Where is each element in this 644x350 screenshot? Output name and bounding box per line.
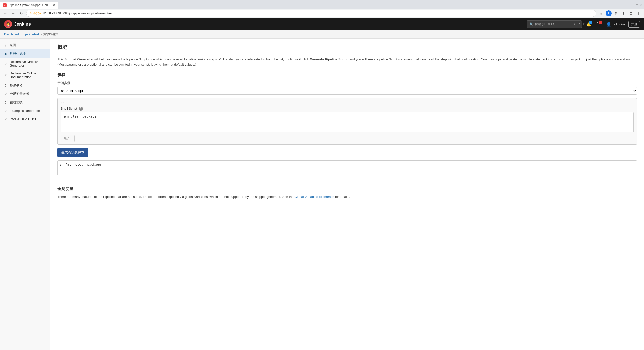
notifications-button[interactable]: 🔔 2 [585,20,593,28]
address-bar: ⚠ 不安全 [26,10,596,17]
jenkins-header: 🤵 Jenkins 🔍 CTRL+K 🔔 2 🛡 1 👤 fallingink … [0,18,644,30]
main-layout: ↑ 返回 ◉ 片段生成器 ? Declarative Directive Gen… [0,39,644,350]
global-vars-title: 全局变量 [57,182,637,192]
sidebar-item-global-vars[interactable]: ? 全局变量参考 [0,90,50,98]
split-screen-icon[interactable]: ⊡ [628,10,634,17]
sidebar-item-declarative-directive[interactable]: ? Declarative Directive Generator [0,58,50,69]
snippet-generator-icon: ◉ [4,52,8,56]
generate-bold: Generate Pipeline Script [310,57,348,61]
breadcrumb-dashboard[interactable]: Dashboard [4,33,19,36]
shell-script-textarea[interactable] [61,112,634,132]
sidebar-label-step-reference: 步骤参考 [10,83,23,88]
new-tab-button[interactable]: + [60,3,62,7]
tab-bar: J Pipeline Syntax: Snippet Gen... ✕ + ─ … [0,0,644,9]
breadcrumb-sep-1: › [20,33,21,36]
signup-button[interactable]: 注册 [628,21,640,28]
shell-script-label-text: Shell Script [61,107,77,110]
breadcrumb-current: 流水线语法 [43,32,58,36]
sidebar-label-online-exchange: 在线交换 [10,100,23,105]
sidebar-item-step-reference[interactable]: ? 步骤参考 [0,81,50,90]
generate-pipeline-script-button[interactable]: 生成流水线脚本 [57,148,88,157]
sidebar-item-intellij-gdsl[interactable]: ? IntelliJ IDEA GDSL [0,115,50,123]
security-warning-icon: ⚠ [29,12,32,15]
minimize-button[interactable]: ─ [632,3,635,7]
breadcrumb: Dashboard › pipeline-test › 流水线语法 [0,30,644,39]
admin-badge: 1 [599,21,602,24]
browser-controls: ← → ↻ ⚠ 不安全 ☆ F ⚙ ⬇ ⊡ ⋮ [0,9,644,18]
sidebar-label-global-vars: 全局变量参考 [10,92,29,96]
sidebar-label-snippet-generator: 片段生成器 [10,51,26,56]
description-mid: will help you learn the Pipeline Script … [93,57,310,61]
description-pre: This [57,57,64,61]
intellij-gdsl-icon: ? [4,117,8,121]
download-icon[interactable]: ⬇ [620,10,627,17]
sample-step-label: 示例步骤 [57,81,637,85]
breadcrumb-sep-2: › [41,33,42,36]
bookmark-icon[interactable]: ☆ [598,10,604,17]
browser-chrome: J Pipeline Syntax: Snippet Gen... ✕ + ─ … [0,0,644,18]
sidebar-label-examples-reference: Examples Reference [10,109,40,113]
reload-button[interactable]: ↻ [18,10,25,17]
security-warning-label: 不安全 [33,11,42,15]
global-vars-post: for details. [334,195,350,199]
global-vars-icon: ? [4,92,8,96]
close-window-button[interactable]: ✕ [639,3,642,7]
browser-action-buttons: ☆ F ⚙ ⬇ ⊡ ⋮ [598,10,642,17]
sidebar-item-declarative-online[interactable]: ? Declarative Online Documentation [0,69,50,81]
shell-script-help-icon[interactable]: ? [79,107,83,111]
content-area: 概览 This Snippet Generator will help you … [50,39,644,350]
restore-button[interactable]: □ [636,3,638,7]
declarative-online-icon: ? [4,73,8,77]
shell-script-label-row: Shell Script ? [61,107,634,111]
extensions-icon[interactable]: ⚙ [613,10,619,17]
global-vars-section: 全局变量 There are many features of the Pipe… [57,182,637,200]
breadcrumb-pipeline-test[interactable]: pipeline-test [23,33,39,36]
admin-button[interactable]: 🛡 1 [595,20,603,28]
user-section[interactable]: 👤 fallingink [606,22,625,27]
tab-favicon: J [3,3,7,7]
examples-reference-icon: ? [4,109,8,113]
back-button[interactable]: ← [2,10,9,17]
sidebar-item-snippet-generator[interactable]: ◉ 片段生成器 [0,49,50,58]
back-icon: ↑ [4,43,8,47]
url-input[interactable] [43,12,593,15]
jenkins-logo-image: 🤵 [4,20,12,28]
active-tab[interactable]: J Pipeline Syntax: Snippet Gen... ✕ [0,2,58,9]
steps-section: 步骤 示例步骤 sh: Shell Script bat: Windows Ba… [57,72,637,176]
overview-description: This Snippet Generator will help you lea… [57,57,637,67]
online-exchange-icon: ? [4,100,8,104]
overview-title: 概览 [57,44,637,53]
sidebar-label-declarative-directive: Declarative Directive Generator [10,60,47,67]
notification-badge: 2 [589,21,592,24]
snippet-generator-bold: Snippet Generator [64,57,93,61]
header-icons: 🔔 2 🛡 1 [585,20,603,28]
global-vars-pre: There are many features of the Pipeline … [57,195,294,199]
step-reference-icon: ? [4,83,8,87]
jenkins-logo-text: Jenkins [14,22,31,27]
username-label: fallingink [613,22,625,26]
sidebar-item-examples-reference[interactable]: ? Examples Reference [0,107,50,115]
menu-icon[interactable]: ⋮ [635,10,642,17]
global-vars-reference-link[interactable]: Global Variables Reference [294,195,334,199]
user-icon: 👤 [606,22,611,27]
tab-close-button[interactable]: ✕ [52,3,55,7]
advanced-button[interactable]: 高级... [61,135,75,142]
sidebar-item-online-exchange[interactable]: ? 在线交换 [0,98,50,107]
tab-title: Pipeline Syntax: Snippet Gen... [9,3,50,7]
profile-avatar: F [606,10,612,16]
forward-button[interactable]: → [10,10,17,17]
jenkins-logo[interactable]: 🤵 Jenkins [4,20,31,28]
sidebar-item-back[interactable]: ↑ 返回 [0,41,50,49]
step-select[interactable]: sh: Shell Script bat: Windows Batch Scri… [57,87,637,95]
step-code-name: sh [61,101,634,105]
declarative-directive-icon: ? [4,62,8,66]
sidebar-label-back: 返回 [10,43,16,47]
global-vars-description: There are many features of the Pipeline … [57,194,637,200]
header-search[interactable]: 🔍 CTRL+K [527,20,582,28]
sidebar-label-declarative-online: Declarative Online Documentation [10,71,47,79]
steps-title: 步骤 [57,72,637,78]
pipeline-script-output[interactable] [57,160,637,175]
profile-icon[interactable]: F [605,10,612,17]
search-input[interactable] [535,22,573,26]
sidebar-label-intellij-gdsl: IntelliJ IDEA GDSL [10,117,37,121]
